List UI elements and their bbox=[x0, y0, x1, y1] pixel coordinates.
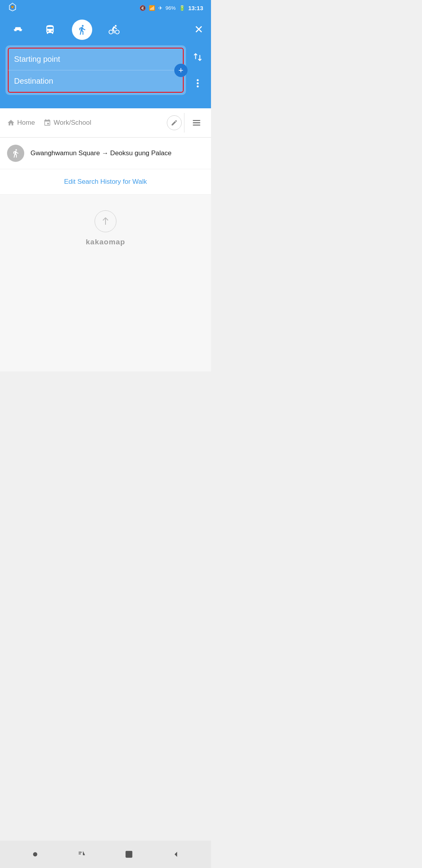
brand-suffix: map bbox=[109, 238, 125, 246]
search-fields-wrapper: Starting point Destination + bbox=[5, 45, 186, 95]
header: ✕ Starting point Destination + bbox=[0, 16, 211, 108]
destination-label: Destination bbox=[14, 77, 53, 86]
edit-history-link[interactable]: Edit Search History for Walk bbox=[0, 169, 211, 195]
home-link[interactable]: Home bbox=[7, 119, 35, 127]
work-school-link[interactable]: Work/School bbox=[43, 119, 91, 127]
content-area bbox=[0, 254, 211, 371]
wifi-icon: 📶 bbox=[149, 5, 155, 11]
add-waypoint-button[interactable]: + bbox=[174, 64, 188, 77]
battery-percent: 96% bbox=[166, 5, 176, 11]
transport-car-button[interactable] bbox=[8, 20, 28, 40]
transport-walk-button[interactable] bbox=[72, 20, 92, 40]
starting-point-field[interactable]: Starting point bbox=[8, 48, 184, 70]
history-text: Gwanghwamun Square → Deoksu gung Palace bbox=[30, 148, 172, 158]
swap-button[interactable] bbox=[190, 49, 206, 65]
battery-icon: 🔋 bbox=[179, 5, 185, 11]
mute-icon: 🔇 bbox=[139, 5, 146, 11]
history-walk-icon bbox=[7, 145, 24, 162]
status-time: 13:13 bbox=[188, 5, 203, 11]
search-area: Starting point Destination + bbox=[0, 45, 211, 101]
more-options-button[interactable] bbox=[190, 75, 206, 91]
work-school-label: Work/School bbox=[54, 119, 91, 127]
app-icon: 🦁 bbox=[8, 2, 17, 13]
brand-name: kakaomap bbox=[86, 238, 125, 246]
status-bar: 🦁 🔇 📶 ✈ 96% 🔋 13:13 bbox=[0, 0, 211, 16]
transport-modes: ✕ bbox=[0, 20, 211, 40]
svg-text:🦁: 🦁 bbox=[11, 5, 14, 9]
transport-bus-button[interactable] bbox=[40, 20, 60, 40]
edit-button[interactable] bbox=[167, 115, 182, 130]
home-label: Home bbox=[17, 119, 35, 127]
starting-point-label: Starting point bbox=[14, 55, 60, 64]
transport-bike-button[interactable] bbox=[104, 20, 124, 40]
search-right-buttons bbox=[190, 45, 206, 95]
close-button[interactable]: ✕ bbox=[190, 24, 203, 35]
edit-history-label: Edit Search History for Walk bbox=[64, 178, 147, 185]
brand-circle bbox=[95, 210, 116, 232]
plane-icon: ✈ bbox=[158, 5, 163, 11]
svg-point-3 bbox=[197, 82, 199, 84]
search-fields: Starting point Destination bbox=[5, 45, 186, 95]
bookmark-button[interactable] bbox=[189, 115, 204, 130]
divider bbox=[184, 113, 185, 133]
kakaomap-brand: kakaomap bbox=[0, 195, 211, 254]
history-item[interactable]: Gwanghwamun Square → Deoksu gung Palace bbox=[0, 138, 211, 169]
svg-point-4 bbox=[197, 86, 199, 88]
quick-links: Home Work/School bbox=[0, 108, 211, 138]
history-section: Gwanghwamun Square → Deoksu gung Palace bbox=[0, 138, 211, 169]
destination-field[interactable]: Destination bbox=[8, 70, 184, 93]
brand-prefix: kakao bbox=[86, 238, 109, 246]
svg-point-2 bbox=[197, 79, 199, 81]
